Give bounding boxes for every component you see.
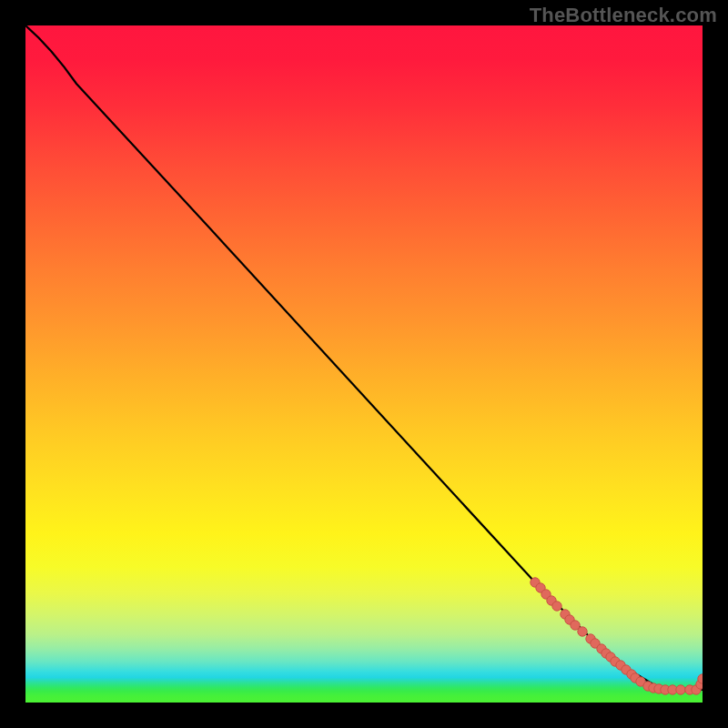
data-markers: [531, 578, 703, 694]
main-curve: [25, 25, 703, 690]
data-point: [552, 602, 561, 611]
data-point: [676, 685, 685, 694]
chart-container: TheBottleneck.com: [0, 0, 728, 728]
chart-svg: [25, 25, 703, 703]
plot-area: [25, 25, 703, 703]
watermark-text: TheBottleneck.com: [530, 4, 717, 27]
data-point: [578, 627, 587, 636]
